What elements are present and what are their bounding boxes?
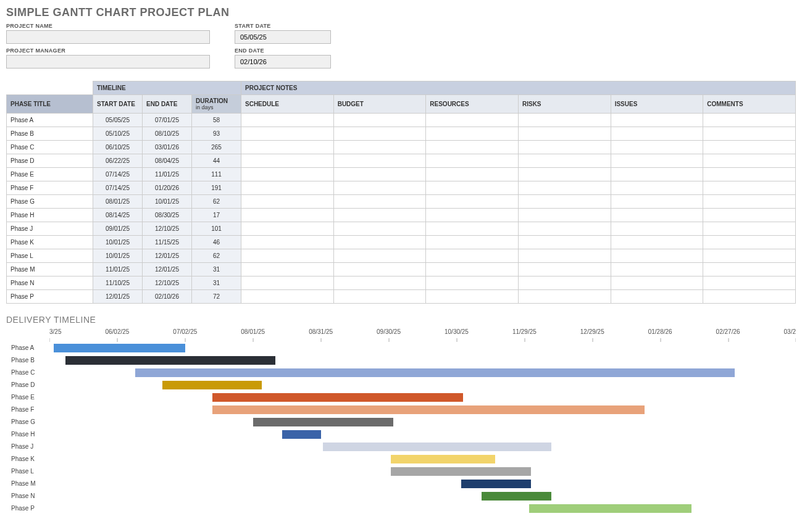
budget-cell[interactable] bbox=[333, 236, 426, 249]
duration-cell[interactable]: 31 bbox=[192, 263, 241, 276]
end-cell[interactable]: 12/10/25 bbox=[143, 276, 192, 290]
budget-cell[interactable] bbox=[333, 249, 426, 263]
comments-cell[interactable] bbox=[703, 154, 796, 168]
duration-cell[interactable]: 62 bbox=[192, 249, 241, 263]
table-row[interactable]: Phase M11/01/2512/01/2531 bbox=[7, 263, 796, 276]
budget-cell[interactable] bbox=[333, 290, 426, 304]
budget-cell[interactable] bbox=[333, 222, 426, 236]
start-cell[interactable]: 11/01/25 bbox=[93, 263, 143, 276]
end-cell[interactable]: 11/15/25 bbox=[143, 236, 192, 249]
phase-cell[interactable]: Phase F bbox=[7, 181, 93, 195]
phase-cell[interactable]: Phase P bbox=[7, 290, 93, 304]
comments-cell[interactable] bbox=[703, 168, 796, 181]
budget-cell[interactable] bbox=[333, 154, 426, 168]
end-cell[interactable]: 10/01/25 bbox=[143, 195, 192, 209]
resources-cell[interactable] bbox=[426, 127, 519, 141]
start-cell[interactable]: 05/10/25 bbox=[93, 127, 143, 141]
table-row[interactable]: Phase G08/01/2510/01/2562 bbox=[7, 195, 796, 209]
resources-cell[interactable] bbox=[426, 168, 519, 181]
phase-cell[interactable]: Phase A bbox=[7, 114, 93, 127]
end-cell[interactable]: 08/04/25 bbox=[143, 154, 192, 168]
phase-cell[interactable]: Phase J bbox=[7, 222, 93, 236]
start-cell[interactable]: 12/01/25 bbox=[93, 290, 143, 304]
duration-cell[interactable]: 265 bbox=[192, 141, 241, 154]
duration-cell[interactable]: 101 bbox=[192, 222, 241, 236]
risks-cell[interactable] bbox=[518, 154, 611, 168]
budget-cell[interactable] bbox=[333, 195, 426, 209]
comments-cell[interactable] bbox=[703, 127, 796, 141]
table-row[interactable]: Phase F07/14/2501/20/26191 bbox=[7, 181, 796, 195]
table-row[interactable]: Phase A05/05/2507/01/2558 bbox=[7, 114, 796, 127]
comments-cell[interactable] bbox=[703, 263, 796, 276]
schedule-cell[interactable] bbox=[241, 154, 334, 168]
end-cell[interactable]: 12/10/25 bbox=[143, 222, 192, 236]
start-cell[interactable]: 05/05/25 bbox=[93, 114, 143, 127]
resources-cell[interactable] bbox=[426, 154, 519, 168]
duration-cell[interactable]: 17 bbox=[192, 209, 241, 222]
budget-cell[interactable] bbox=[333, 263, 426, 276]
risks-cell[interactable] bbox=[518, 127, 611, 141]
start-cell[interactable]: 11/10/25 bbox=[93, 276, 143, 290]
risks-cell[interactable] bbox=[518, 263, 611, 276]
project-manager-input[interactable] bbox=[6, 55, 210, 69]
comments-cell[interactable] bbox=[703, 141, 796, 154]
phase-cell[interactable]: Phase B bbox=[7, 127, 93, 141]
issues-cell[interactable] bbox=[611, 154, 703, 168]
duration-cell[interactable]: 44 bbox=[192, 154, 241, 168]
schedule-cell[interactable] bbox=[241, 195, 334, 209]
comments-cell[interactable] bbox=[703, 181, 796, 195]
issues-cell[interactable] bbox=[611, 127, 703, 141]
schedule-cell[interactable] bbox=[241, 276, 334, 290]
schedule-cell[interactable] bbox=[241, 141, 334, 154]
comments-cell[interactable] bbox=[703, 114, 796, 127]
phase-cell[interactable]: Phase L bbox=[7, 249, 93, 263]
budget-cell[interactable] bbox=[333, 141, 426, 154]
end-cell[interactable]: 12/01/25 bbox=[143, 263, 192, 276]
duration-cell[interactable]: 46 bbox=[192, 236, 241, 249]
budget-cell[interactable] bbox=[333, 209, 426, 222]
resources-cell[interactable] bbox=[426, 290, 519, 304]
table-row[interactable]: Phase P12/01/2502/10/2672 bbox=[7, 290, 796, 304]
schedule-cell[interactable] bbox=[241, 222, 334, 236]
issues-cell[interactable] bbox=[611, 181, 703, 195]
table-row[interactable]: Phase D06/22/2508/04/2544 bbox=[7, 154, 796, 168]
phase-cell[interactable]: Phase H bbox=[7, 209, 93, 222]
end-cell[interactable]: 08/30/25 bbox=[143, 209, 192, 222]
start-cell[interactable]: 10/01/25 bbox=[93, 249, 143, 263]
duration-cell[interactable]: 58 bbox=[192, 114, 241, 127]
budget-cell[interactable] bbox=[333, 127, 426, 141]
risks-cell[interactable] bbox=[518, 141, 611, 154]
schedule-cell[interactable] bbox=[241, 127, 334, 141]
issues-cell[interactable] bbox=[611, 168, 703, 181]
start-cell[interactable]: 06/10/25 bbox=[93, 141, 143, 154]
risks-cell[interactable] bbox=[518, 181, 611, 195]
risks-cell[interactable] bbox=[518, 276, 611, 290]
table-row[interactable]: Phase L10/01/2512/01/2562 bbox=[7, 249, 796, 263]
phase-cell[interactable]: Phase G bbox=[7, 195, 93, 209]
table-row[interactable]: Phase E07/14/2511/01/25111 bbox=[7, 168, 796, 181]
phase-cell[interactable]: Phase N bbox=[7, 276, 93, 290]
duration-cell[interactable]: 72 bbox=[192, 290, 241, 304]
end-cell[interactable]: 08/10/25 bbox=[143, 127, 192, 141]
issues-cell[interactable] bbox=[611, 236, 703, 249]
table-row[interactable]: Phase H08/14/2508/30/2517 bbox=[7, 209, 796, 222]
schedule-cell[interactable] bbox=[241, 263, 334, 276]
issues-cell[interactable] bbox=[611, 249, 703, 263]
issues-cell[interactable] bbox=[611, 263, 703, 276]
resources-cell[interactable] bbox=[426, 195, 519, 209]
duration-cell[interactable]: 191 bbox=[192, 181, 241, 195]
phase-cell[interactable]: Phase M bbox=[7, 263, 93, 276]
issues-cell[interactable] bbox=[611, 209, 703, 222]
duration-cell[interactable]: 31 bbox=[192, 276, 241, 290]
end-cell[interactable]: 01/20/26 bbox=[143, 181, 192, 195]
table-row[interactable]: Phase B05/10/2508/10/2593 bbox=[7, 127, 796, 141]
start-cell[interactable]: 06/22/25 bbox=[93, 154, 143, 168]
end-cell[interactable]: 02/10/26 bbox=[143, 290, 192, 304]
phase-cell[interactable]: Phase D bbox=[7, 154, 93, 168]
comments-cell[interactable] bbox=[703, 276, 796, 290]
comments-cell[interactable] bbox=[703, 290, 796, 304]
table-row[interactable]: Phase J09/01/2512/10/25101 bbox=[7, 222, 796, 236]
start-cell[interactable]: 08/14/25 bbox=[93, 209, 143, 222]
budget-cell[interactable] bbox=[333, 181, 426, 195]
table-row[interactable]: Phase N11/10/2512/10/2531 bbox=[7, 276, 796, 290]
